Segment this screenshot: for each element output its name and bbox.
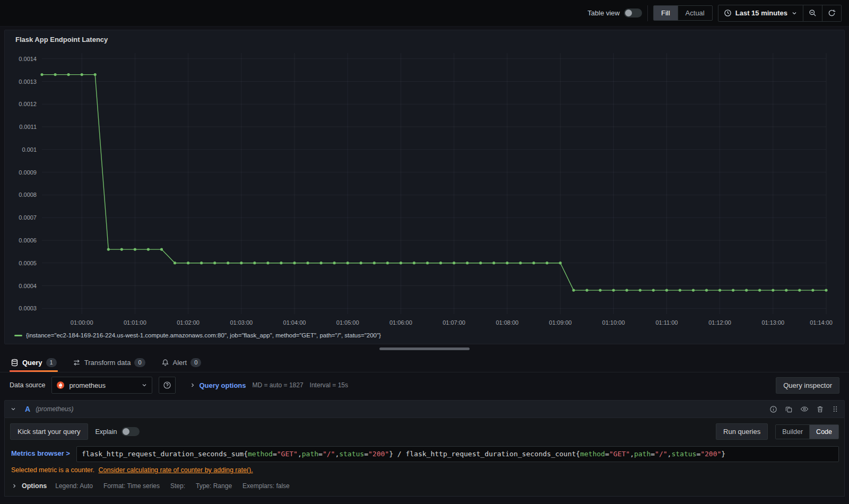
query-datasource-hint: (prometheus) [36,405,73,413]
query-row-body: Kick start your query Explain Run querie… [4,418,845,497]
svg-text:0.001: 0.001 [22,146,37,153]
options-summary: Legend: Auto Format: Time series Step: T… [55,482,290,490]
latency-chart[interactable]: 0.00030.00040.00050.00060.00070.00080.00… [10,47,834,331]
svg-text:01:07:00: 01:07:00 [443,319,465,326]
tab-alert[interactable]: Alert 0 [160,353,203,372]
chevron-right-icon [189,382,196,388]
trash-icon[interactable] [816,405,824,413]
svg-text:0.0004: 0.0004 [19,283,37,289]
query-row-header[interactable]: A (prometheus) [4,400,845,418]
info-circle-icon[interactable] [769,405,777,413]
code-button[interactable]: Code [810,425,838,439]
refresh-icon [828,9,836,17]
chevron-right-icon [11,483,18,489]
options-row[interactable]: Options Legend: Auto Format: Time series… [11,482,838,490]
svg-text:0.0013: 0.0013 [19,79,37,85]
fill-button[interactable]: Fill [654,6,678,20]
tab-query-label: Query [22,359,42,367]
caret-down-icon [791,10,798,16]
warning-rate-link[interactable]: Consider calculating rate of counter by … [99,466,253,474]
svg-text:01:13:00: 01:13:00 [761,319,784,326]
time-range-label: Last 15 minutes [735,9,787,17]
code-row: Metrics browser > flask_http_request_dur… [10,446,839,462]
query-expression-input[interactable]: flask_http_request_duration_seconds_sum{… [76,446,839,462]
actual-button[interactable]: Actual [678,6,712,20]
clock-icon [724,9,732,17]
refresh-button[interactable] [822,5,842,22]
explain-label: Explain [96,428,117,436]
options-step: Step: [170,482,185,490]
max-data-points: MD = auto = 1827 [253,381,304,389]
panel-title: Flask App Endpoint Latency [10,34,839,47]
legend-swatch [14,335,22,336]
datasource-row: Data source prometheus [0,372,849,398]
chart-area: 0.00030.00040.00050.00060.00070.00080.00… [10,47,838,331]
tab-query[interactable]: Query 1 [10,353,58,372]
datasource-help-button[interactable] [159,377,176,394]
explain-group: Explain [96,427,140,436]
time-controls: Last 15 minutes [718,5,842,22]
options-type: Type: Range [196,482,232,490]
svg-text:01:02:00: 01:02:00 [177,319,200,326]
svg-text:0.0003: 0.0003 [19,305,37,311]
panel-editor: Table view Fill Actual Last 15 minutes [0,0,849,504]
explain-toggle[interactable] [122,427,140,436]
resize-row [0,344,849,353]
zoom-out-icon [809,9,817,17]
options-label: Options [22,482,47,490]
svg-text:01:10:00: 01:10:00 [602,319,625,326]
tab-transform-data[interactable]: Transform data 0 [72,353,146,372]
kick-start-button[interactable]: Kick start your query [10,423,88,440]
svg-text:01:03:00: 01:03:00 [230,319,253,326]
query-inspector-button[interactable]: Query inspector [776,377,839,394]
query-toolbar: Kick start your query Explain Run querie… [10,423,839,440]
topbar: Table view Fill Actual Last 15 minutes [0,0,849,27]
chart-panel: Flask App Endpoint Latency 0.00030.00040… [4,30,845,344]
chevron-down-icon[interactable] [10,406,16,412]
svg-text:01:04:00: 01:04:00 [283,319,306,326]
builder-button[interactable]: Builder [776,425,810,439]
legend-item[interactable]: {instance="ec2-184-169-216-224.us-west-1… [10,331,839,342]
transform-icon [73,359,81,367]
warning-text: Selected metric is a counter. [11,466,94,474]
svg-text:01:06:00: 01:06:00 [389,319,412,326]
svg-text:0.0007: 0.0007 [19,214,37,221]
time-range-picker[interactable]: Last 15 minutes [718,5,803,22]
svg-text:01:12:00: 01:12:00 [708,319,731,326]
svg-text:01:00:00: 01:00:00 [71,319,93,326]
tab-transform-badge: 0 [134,358,145,367]
svg-text:01:14:00: 01:14:00 [810,319,833,326]
options-exemplars: Exemplars: false [242,482,290,490]
topbar-divider [647,5,648,21]
svg-text:0.0011: 0.0011 [19,124,37,130]
table-view-label: Table view [587,9,620,17]
database-icon [11,359,19,367]
caret-down-icon [141,382,148,388]
drag-handle-icon[interactable] [831,405,839,413]
svg-text:0.0014: 0.0014 [19,56,37,62]
svg-text:01:05:00: 01:05:00 [336,319,359,326]
duplicate-icon[interactable] [785,405,793,413]
options-legend: Legend: Auto [55,482,93,490]
eye-icon[interactable] [800,405,809,413]
query-ref-id: A [25,405,30,413]
question-circle-icon [163,381,171,389]
pane-resize-handle[interactable] [379,347,470,350]
builder-code-group: Builder Code [775,424,839,439]
editor-tabs: Query 1 Transform data 0 Alert 0 [0,353,849,372]
zoom-out-button[interactable] [803,5,822,22]
svg-text:01:11:00: 01:11:00 [655,319,678,326]
fill-actual-group: Fill Actual [653,5,713,21]
svg-text:0.0006: 0.0006 [19,237,37,244]
svg-text:0.0008: 0.0008 [19,192,37,198]
run-queries-button[interactable]: Run queries [716,423,768,440]
metrics-browser-toggle[interactable]: Metrics browser > [10,446,71,457]
datasource-picker[interactable]: prometheus [51,377,152,394]
svg-text:0.0009: 0.0009 [19,169,37,176]
options-format: Format: Time series [103,482,160,490]
tab-alert-label: Alert [173,359,187,367]
table-view-toggle[interactable] [624,8,642,18]
counter-warning: Selected metric is a counter. Consider c… [11,466,838,474]
table-view-group: Table view [587,8,642,18]
query-options-toggle[interactable]: Query options [189,381,246,389]
